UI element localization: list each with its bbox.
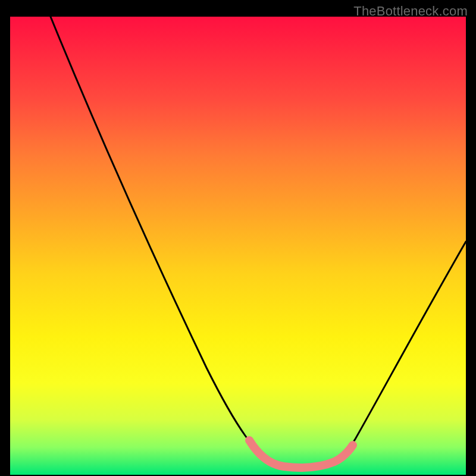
curve-overlay bbox=[10, 17, 466, 475]
chart-frame: TheBottleneck.com bbox=[0, 0, 476, 476]
bottleneck-curve bbox=[37, 0, 466, 468]
watermark-text: TheBottleneck.com bbox=[353, 4, 468, 19]
optimal-range-marker bbox=[249, 440, 353, 468]
